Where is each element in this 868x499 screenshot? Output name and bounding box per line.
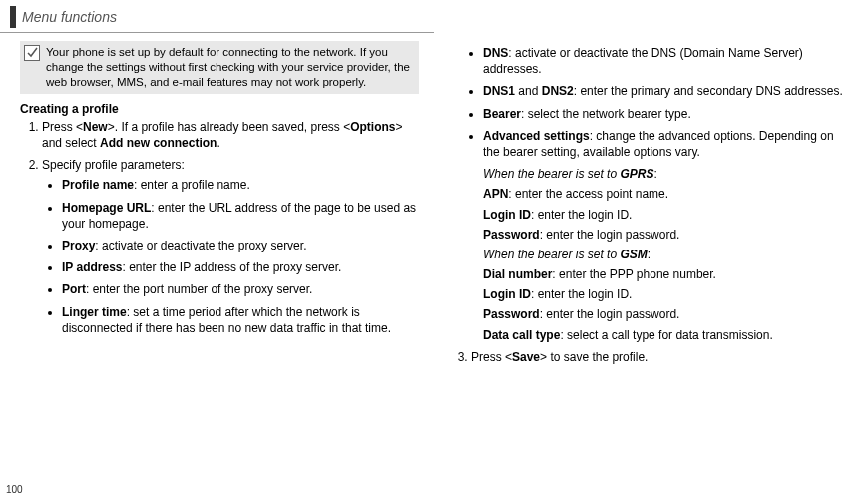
steps-list-cont: Press <Save> to save the profile.: [449, 349, 853, 365]
adv-password-gprs: Password: enter the login password.: [483, 227, 853, 243]
param-port: Port: enter the port number of the proxy…: [62, 281, 419, 297]
step-1: Press <New>. If a profile has already be…: [42, 119, 419, 151]
adv-password-gsm: Password: enter the login password.: [483, 306, 853, 322]
text: : select the network bearer type.: [521, 107, 691, 121]
param-dns: DNS: activate or deactivate the DNS (Dom…: [483, 45, 853, 77]
label: Linger time: [62, 305, 127, 319]
adv-login-gsm: Login ID: enter the login ID.: [483, 286, 853, 302]
text: : enter the access point name.: [508, 187, 668, 201]
section-heading-creating-profile: Creating a profile: [20, 102, 419, 116]
text: and: [515, 84, 542, 98]
page-number: 100: [6, 484, 23, 495]
left-column: Your phone is set up by default for conn…: [20, 41, 439, 371]
text: > to save the profile.: [540, 350, 648, 364]
text: .: [217, 136, 219, 150]
adv-dial-number: Dial number: enter the PPP phone number.: [483, 266, 853, 282]
info-note: Your phone is set up by default for conn…: [20, 41, 419, 94]
text: : select a call type for data transmissi…: [560, 328, 772, 342]
label: Advanced settings: [483, 129, 590, 143]
label-save: Save: [512, 350, 540, 364]
label: Proxy: [62, 239, 95, 252]
text: When the bearer is set to: [483, 167, 620, 181]
param-profile-name: Profile name: enter a profile name.: [62, 177, 419, 193]
param-bearer: Bearer: select the network bearer type.: [483, 106, 853, 122]
text: >. If a profile has already been saved, …: [108, 120, 350, 134]
checkmark-icon: [24, 45, 40, 61]
label: Password: [483, 307, 540, 321]
param-dns1-dns2: DNS1 and DNS2: enter the primary and sec…: [483, 83, 853, 99]
right-column: DNS: activate or deactivate the DNS (Dom…: [439, 41, 858, 371]
label: APN: [483, 187, 508, 201]
text: : enter the port number of the proxy ser…: [86, 282, 312, 296]
param-homepage-url: Homepage URL: enter the URL address of t…: [62, 200, 419, 232]
text: Specify profile parameters:: [42, 158, 185, 172]
gprs-title: When the bearer is set to GPRS:: [483, 166, 853, 182]
text: : enter the login password.: [540, 307, 680, 321]
header-title: Menu functions: [22, 9, 117, 25]
page-header: Menu functions: [0, 0, 434, 33]
label: Homepage URL: [62, 201, 151, 215]
text: :: [648, 248, 651, 261]
adv-login-gprs: Login ID: enter the login ID.: [483, 207, 853, 223]
text: :: [653, 167, 656, 181]
text: : activate or deactivate the DNS (Domain…: [483, 46, 803, 76]
label: DNS1: [483, 84, 515, 98]
label: Data call type: [483, 328, 560, 342]
label: Dial number: [483, 267, 552, 281]
label: IP address: [62, 260, 122, 274]
step-3: Press <Save> to save the profile.: [471, 349, 853, 365]
param-ip-address: IP address: enter the IP address of the …: [62, 259, 419, 275]
text: : activate or deactivate the proxy serve…: [95, 239, 306, 252]
text: Press <: [471, 350, 512, 364]
header-accent-bar: [10, 6, 16, 28]
label: Bearer: [483, 107, 521, 121]
text: : enter a profile name.: [134, 178, 250, 192]
label-options: Options: [350, 120, 395, 134]
adv-data-call-type: Data call type: select a call type for d…: [483, 327, 853, 343]
params-list-right: DNS: activate or deactivate the DNS (Dom…: [449, 45, 853, 343]
label: Login ID: [483, 208, 531, 222]
steps-list: Press <New>. If a profile has already be…: [20, 119, 419, 336]
text: : enter the login password.: [540, 228, 680, 242]
label: Port: [62, 282, 86, 296]
text: : enter the PPP phone number.: [552, 267, 716, 281]
content-columns: Your phone is set up by default for conn…: [0, 33, 868, 371]
label: Login ID: [483, 287, 531, 301]
label: DNS2: [542, 84, 574, 98]
gsm-title: When the bearer is set to GSM:: [483, 247, 853, 262]
param-advanced-settings: Advanced settings: change the advanced o…: [483, 128, 853, 343]
label: Password: [483, 228, 540, 242]
param-linger-time: Linger time: set a time period after whi…: [62, 304, 419, 336]
text: : enter the login ID.: [531, 208, 632, 222]
label: Profile name: [62, 178, 134, 192]
info-note-text: Your phone is set up by default for conn…: [46, 45, 413, 90]
text: Press <: [42, 120, 83, 134]
label-new: New: [83, 120, 108, 134]
label-add-new-connection: Add new connection: [100, 136, 217, 150]
label-gprs: GPRS: [620, 167, 653, 181]
params-list-left: Profile name: enter a profile name. Home…: [42, 177, 419, 336]
text: : enter the login ID.: [531, 287, 632, 301]
adv-apn: APN: enter the access point name.: [483, 186, 853, 202]
text: : enter the IP address of the proxy serv…: [122, 260, 341, 274]
text: : enter the primary and secondary DNS ad…: [574, 84, 843, 98]
param-proxy: Proxy: activate or deactivate the proxy …: [62, 238, 419, 253]
text: When the bearer is set to: [483, 248, 620, 261]
label-gsm: GSM: [620, 248, 647, 261]
step-2: Specify profile parameters: Profile name…: [42, 157, 419, 336]
label: DNS: [483, 46, 508, 60]
